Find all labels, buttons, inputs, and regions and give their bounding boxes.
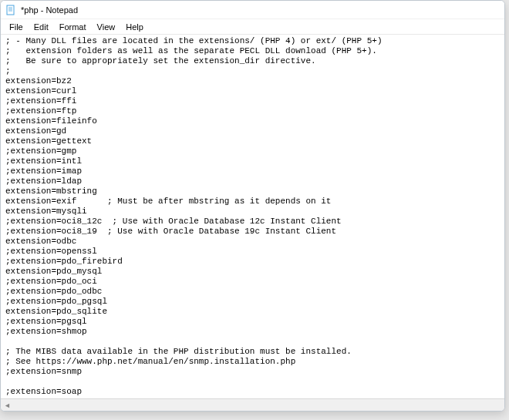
window-title: *php - Notepad: [21, 5, 78, 15]
notepad-icon: [5, 5, 16, 15]
menu-file[interactable]: File: [4, 21, 29, 33]
menubar: File Edit Format View Help: [1, 19, 504, 35]
menu-view[interactable]: View: [92, 21, 121, 33]
menu-edit[interactable]: Edit: [29, 21, 54, 33]
statusbar-left-arrow-icon: ◄: [4, 402, 11, 409]
text-editor[interactable]: ; - Many DLL files are located in the ex…: [1, 35, 504, 398]
menu-format[interactable]: Format: [54, 21, 92, 33]
titlebar[interactable]: *php - Notepad: [1, 1, 504, 19]
svg-rect-0: [7, 5, 14, 15]
menu-help[interactable]: Help: [120, 21, 149, 33]
statusbar: ◄: [1, 398, 504, 411]
notepad-window: *php - Notepad File Edit Format View Hel…: [0, 0, 505, 412]
